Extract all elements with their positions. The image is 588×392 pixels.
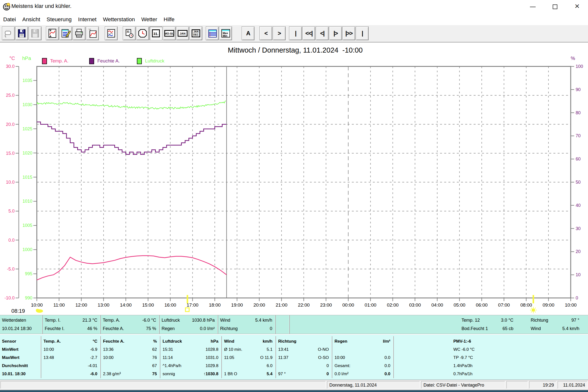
svg-text:20:00: 20:00 [253, 302, 265, 308]
svg-text:08:00: 08:00 [520, 302, 532, 308]
infobar-divider [275, 315, 276, 334]
svg-text:23:00: 23:00 [320, 302, 332, 308]
svg-text:16:00: 16:00 [164, 302, 176, 308]
stats-cell-value: 6.0 [266, 363, 272, 368]
infobar-value: 5.4 km/h [562, 326, 579, 331]
svg-text:17:00: 17:00 [187, 302, 199, 308]
svg-text:1025: 1025 [23, 126, 32, 131]
stats-col-unit: % [153, 339, 157, 344]
svg-text:04:00: 04:00 [431, 302, 443, 308]
stats-pmv-row: PMV-1:-6 [453, 339, 471, 344]
stats-pmv-row: WC -6.0 °C [453, 347, 475, 352]
stats-cell-value: -6.0 [90, 372, 97, 376]
stats-cell-value: 0 [327, 372, 329, 376]
sunrise-time: 08:19 [11, 308, 43, 314]
svg-text:1010: 1010 [23, 199, 32, 204]
infobar-value: 75 % [146, 326, 156, 331]
stats-cell-time: 13:41 [278, 347, 289, 352]
stats-cell-value: O-SO [318, 355, 329, 360]
stats-cell-time: 2.38 g/m³ [103, 372, 121, 376]
stats-cell-time: 11:37 [278, 355, 288, 360]
stats-divider [160, 336, 160, 378]
stats-cell-time: 10:00 [103, 355, 114, 360]
infobar-value: 97 ° [571, 318, 579, 323]
infobar-value: 3.0 °C [501, 318, 513, 323]
humidity-axis-labels: 1009080706050403020100 [571, 64, 583, 300]
stats-col-name: Richtung [278, 339, 297, 344]
svg-text:20.0: 20.0 [6, 122, 15, 127]
stats-cell-value: 67 [152, 363, 157, 368]
weather-plot: 30.025.020.015.010.05.00.0-5.0-10.010351… [0, 0, 588, 315]
infobar-label: Richtung [220, 326, 238, 331]
stats-divider [275, 336, 276, 378]
stats-cell-value: 0.0 [384, 372, 390, 376]
infobar-divider [159, 315, 160, 334]
svg-text:-5.0: -5.0 [7, 266, 15, 272]
stats-cell-value: 1029.8 [206, 363, 218, 368]
stats-cell-value: O-NO [318, 347, 329, 352]
stats-cell-value: -6.9 [90, 347, 97, 352]
stats-col-unit: hPa [211, 339, 218, 344]
infobar-value: 21.3 °C [83, 318, 97, 323]
stats-divider [100, 336, 101, 378]
svg-text:-10.0: -10.0 [5, 296, 15, 300]
svg-text:08:19: 08:19 [11, 308, 25, 314]
stats-cell-value: 0 [327, 363, 329, 368]
status-bar: Donnerstag, 11.01.2024Datei: CSV-Datei -… [0, 380, 588, 390]
temperature-series [37, 256, 226, 280]
svg-text:10:00: 10:00 [31, 302, 43, 308]
svg-text:09:00: 09:00 [542, 302, 554, 308]
stats-row-label: MinWert [2, 347, 19, 352]
status-cell-small [506, 381, 528, 388]
stats-cell-time: 0.0 l/m² [335, 372, 349, 376]
svg-text:11:00: 11:00 [53, 302, 65, 308]
stats-pmv-row: 0.7hPa/1h [453, 372, 473, 376]
svg-text:90: 90 [576, 87, 580, 92]
svg-text:12:00: 12:00 [75, 302, 87, 308]
infobar-header: Wetterdaten [2, 318, 26, 323]
infobar-label: Bod.Feucht 1 [461, 326, 488, 331]
svg-text:15:00: 15:00 [142, 302, 154, 308]
infobar-value: 46 % [87, 326, 97, 331]
infobar-divider [100, 315, 101, 334]
svg-text:1005: 1005 [23, 223, 32, 228]
svg-text:10:00: 10:00 [565, 302, 577, 308]
stats-col-name: Luftdruck [163, 339, 182, 344]
stats-cell-value: 62 [152, 347, 157, 352]
svg-text:1020: 1020 [23, 150, 32, 156]
svg-text:14:00: 14:00 [120, 302, 132, 308]
pressure-series [37, 101, 226, 109]
stats-row-label: Durchschnitt [2, 363, 28, 368]
stats-col-name: Regen [335, 339, 347, 344]
stats-cell-time: 10:00 [335, 355, 345, 360]
svg-text:20: 20 [576, 249, 580, 254]
stats-cell-time: sonnig [163, 372, 175, 376]
stats-cell-value: 1028.8 [206, 347, 218, 352]
stats-cell-time: Ø 10 min. [224, 347, 242, 352]
stats-row-label: 10.01. 18:30 [2, 372, 26, 376]
stats-cell-time: 10:00 [44, 347, 54, 352]
infobar-value: -6.0 °C [142, 318, 156, 323]
infobar-header: 10.01.24 18:30 [2, 326, 32, 331]
infobar-label: Temp. A. [103, 318, 120, 323]
svg-text:1000: 1000 [23, 247, 32, 252]
svg-text:995: 995 [25, 271, 32, 276]
stats-cell-value: 1031.0 [206, 355, 218, 360]
infobar-label: Wind [220, 318, 230, 323]
svg-text:25.0: 25.0 [6, 93, 15, 98]
infobar-value: 65 cb [502, 326, 513, 331]
status-date: 11.01.2024 [558, 381, 587, 388]
stats-cell-value: 5.4 [266, 372, 272, 376]
svg-text:02:00: 02:00 [387, 302, 399, 308]
stats-cell-time: 13:48 [44, 355, 54, 360]
svg-text:07:00: 07:00 [498, 302, 510, 308]
infobar-label: Feuchte I. [45, 326, 65, 331]
stats-cell-value: ↑1030.8 [204, 372, 219, 376]
time-axis-labels: 10:0011:0012:0013:0014:0015:0016:0017:00… [31, 298, 577, 308]
svg-text:60: 60 [576, 156, 580, 162]
infobar-label: Wind [531, 326, 541, 331]
stats-cell-value: 5.1 [266, 347, 272, 352]
stats-col-name: Feuchte A. [103, 339, 124, 344]
svg-text:03:00: 03:00 [409, 302, 421, 308]
stats-cell-time: Gesamt: [335, 363, 350, 368]
